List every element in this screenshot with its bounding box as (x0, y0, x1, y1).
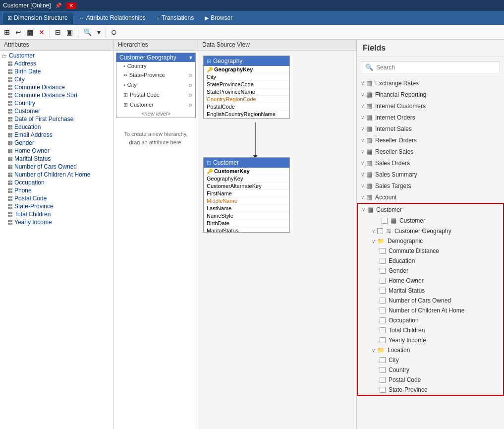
field-group-header-sales-summary[interactable]: ∨ ▦ Sales Summary (357, 169, 504, 180)
field-group-header-reseller-orders[interactable]: ∨ ▦ Reseller Orders (357, 134, 504, 146)
checkbox-total-children[interactable] (380, 327, 386, 333)
checkbox-occupation[interactable] (380, 317, 386, 323)
attr-item-home-owner[interactable]: Home Owner (0, 147, 113, 155)
field-group-header-internet-sales[interactable]: ∨ ▦ Internet Sales (357, 123, 504, 134)
field-group-header-internet-orders[interactable]: ∨ ▦ Internet Orders (357, 112, 504, 123)
dsv-geography-scroll[interactable]: City StateProvinceCode StateProvinceName… (204, 73, 289, 118)
attr-item-yearly-income[interactable]: Yearly Income (0, 218, 113, 226)
hier-item-country[interactable]: • Country (116, 62, 195, 70)
sub-item-marital-status[interactable]: Marital Status (358, 286, 503, 296)
hier-item-postal-code[interactable]: ⊞ Postal Code » (116, 90, 195, 100)
field-checkbox-cust-geo[interactable] (377, 228, 383, 234)
checkbox-number-children-at-home[interactable] (380, 307, 386, 313)
sub-item-postal-code[interactable]: Postal Code (358, 375, 503, 385)
close-button[interactable]: ✕ (66, 2, 76, 9)
toolbar-button-1[interactable]: ⊞ (2, 27, 12, 37)
sub-item-state-province[interactable]: State-Province (358, 385, 503, 395)
sub-item-home-owner[interactable]: Home Owner (358, 276, 503, 286)
hier-box-header[interactable]: Customer Geography ▾ (116, 53, 195, 62)
tab-browser[interactable]: ▶ Browser (199, 12, 238, 24)
attr-item-state-province[interactable]: State-Province (0, 202, 113, 210)
checkbox-state-province[interactable] (380, 387, 386, 393)
search-box[interactable]: 🔍 (361, 61, 500, 73)
sub-item-occupation[interactable]: Occupation (358, 315, 503, 325)
checkbox-country[interactable] (380, 367, 386, 373)
sub-item-number-cars-owned[interactable]: Number of Cars Owned (358, 296, 503, 306)
sub-item-education[interactable]: Education (358, 256, 503, 266)
sub-item-yearly-income[interactable]: Yearly Income (358, 335, 503, 345)
field-group-sales-summary: ∨ ▦ Sales Summary (357, 169, 504, 180)
attr-item-gender[interactable]: Gender (0, 139, 113, 147)
hier-item-customer[interactable]: ⊞ Customer » (116, 100, 195, 110)
dsv-table-geography-header: ⊞ Geography (204, 56, 289, 66)
hier-item-state-province[interactable]: •• State-Province » (116, 70, 195, 80)
attr-item-education[interactable]: Education (0, 123, 113, 131)
attr-item-customer[interactable]: Customer (0, 107, 113, 115)
field-checkbox-customer[interactable] (382, 218, 388, 224)
field-group-header-exchange-rates[interactable]: ∨ ▦ Exchange Rates (357, 77, 504, 89)
attr-item-phone[interactable]: Phone (0, 186, 113, 194)
sub-item-number-children-at-home[interactable]: Number of Children At Home (358, 306, 503, 315)
sub-item-gender[interactable]: Gender (358, 266, 503, 276)
sub-group-demographic-header[interactable]: ∨ 📁 Demographic (358, 236, 503, 246)
pin-button[interactable]: 📌 (53, 2, 64, 9)
tab-dimension-structure[interactable]: ⊞ Dimension Structure (2, 12, 73, 24)
sub-group-customer-geography: ∨ ≋ Customer Geography (358, 226, 503, 236)
hier-item-city[interactable]: • City » (116, 80, 195, 90)
field-group-header-sales-orders[interactable]: ∨ ▦ Sales Orders (357, 157, 504, 169)
toolbar-button-grid[interactable]: ▦ (25, 27, 35, 37)
attr-item-number-of-cars-owned[interactable]: Number of Cars Owned (0, 163, 113, 171)
field-group-header-reseller-sales[interactable]: ∨ ▦ Reseller Sales (357, 146, 504, 157)
sub-group-customer-geography-header[interactable]: ∨ ≋ Customer Geography (358, 226, 503, 236)
dsv-content[interactable]: ⊞ Geography 🔑GeographyKey City StateProv… (198, 51, 356, 429)
tab-attribute-relationships[interactable]: ↔ Attribute Relationships (73, 12, 151, 24)
toolbar-button-zoomdropdown[interactable]: ▾ (95, 27, 103, 37)
sub-item-total-children[interactable]: Total Children (358, 325, 503, 335)
field-group-header-internet-customers[interactable]: ∨ ▦ Internet Customers (357, 100, 504, 112)
attr-item-occupation[interactable]: Occupation (0, 179, 113, 186)
field-group-sales-orders: ∨ ▦ Sales Orders (357, 157, 504, 169)
field-item-customer[interactable]: ▦ Customer (358, 215, 503, 226)
search-input[interactable] (376, 64, 496, 71)
attr-item-date-of-first-purchase[interactable]: Date of First Purchase (0, 115, 113, 123)
checkbox-number-cars-owned[interactable] (380, 298, 386, 304)
field-group-header-sales-targets[interactable]: ∨ ▦ Sales Targets (357, 180, 504, 191)
attr-item-birth-date[interactable]: Birth Date (0, 67, 113, 75)
checkbox-city[interactable] (380, 357, 386, 363)
attr-item-marital-status[interactable]: Marital Status (0, 155, 113, 163)
checkbox-home-owner[interactable] (380, 278, 386, 284)
attr-item-address[interactable]: Address (0, 60, 113, 67)
hier-box-dropdown-icon[interactable]: ▾ (189, 54, 192, 61)
toolbar-button-cols[interactable]: ⊟ (53, 27, 63, 37)
checkbox-postal-code[interactable] (380, 377, 386, 383)
attr-item-total-children[interactable]: Total Children (0, 210, 113, 218)
attr-item-city[interactable]: City (0, 75, 113, 83)
checkbox-marital-status[interactable] (380, 288, 386, 294)
attr-item-commute-distance[interactable]: Commute Distance (0, 83, 113, 91)
sub-group-location: ∨ 📁 Location City Country Postal C (358, 345, 503, 395)
checkbox-commute-distance[interactable] (380, 248, 386, 254)
attr-item-commute-distance-sort[interactable]: Commute Distance Sort (0, 91, 113, 99)
dsv-customer-scroll[interactable]: GeographyKey CustomerAlternateKey FirstN… (204, 175, 289, 232)
checkbox-education[interactable] (380, 258, 386, 264)
field-group-header-account[interactable]: ∨ ▦ Account (357, 191, 504, 203)
customer-group-header[interactable]: ∨ ▦ Customer (358, 204, 503, 215)
checkbox-yearly-income[interactable] (380, 337, 386, 343)
sub-group-location-header[interactable]: ∨ 📁 Location (358, 345, 503, 355)
toolbar-button-zoom[interactable]: 🔍 (81, 27, 94, 37)
toolbar-button-delete[interactable]: ✕ (37, 27, 47, 37)
attr-item-postal-code[interactable]: Postal Code (0, 194, 113, 202)
sub-item-country[interactable]: Country (358, 365, 503, 375)
field-group-header-financial-reporting[interactable]: ∨ ▦ Financial Reporting (357, 89, 504, 100)
attr-item-number-of-children-at-home[interactable]: Number of Children At Home (0, 171, 113, 179)
sub-item-city[interactable]: City (358, 355, 503, 365)
sub-item-commute-distance[interactable]: Commute Distance (358, 246, 503, 256)
attr-item-country[interactable]: Country (0, 99, 113, 107)
attr-parent-customer[interactable]: 🗁 Customer (0, 52, 113, 60)
attr-item-email-address[interactable]: Email Address (0, 131, 113, 139)
toolbar-button-box[interactable]: ▣ (64, 27, 75, 37)
tab-translations[interactable]: ≡ Translations (151, 12, 199, 24)
checkbox-gender[interactable] (380, 268, 386, 274)
toolbar-button-2[interactable]: ↩ (13, 27, 23, 37)
toolbar-button-settings[interactable]: ⊜ (109, 27, 119, 37)
